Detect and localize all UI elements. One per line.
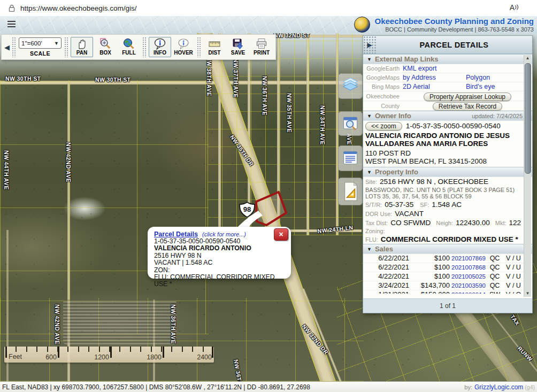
sale-type: QC [487,254,502,263]
panel-scrollbar[interactable]: ▲ ▼ [524,55,531,297]
section-property-info[interactable]: ▼ Property Info [363,167,532,177]
scalebar-major-tick [110,347,112,358]
dor-value: VACANT [395,210,424,218]
sales-row: 1/21/2021 $150,000 2021000914 SW V / O [363,290,532,294]
neigh-label: Neigh: [436,220,453,226]
street-label: NW 42ND AVE [65,142,72,182]
map-canvas[interactable]: NW 32ND ST NW 30TH ST NW 30TH ST NW 38TH… [0,33,537,381]
kml-export-link[interactable]: KML export [403,65,436,72]
report-tool-button[interactable] [338,145,363,171]
sales-row: 6/22/2021 $100 2021007868 QC V / U [363,263,532,272]
grizzlylogic-link[interactable]: GrizzlyLogic.com [474,383,523,391]
hover-balloon-icon [177,38,190,50]
lock-icon[interactable] [9,4,15,12]
legal-description: BASSWOOD, INC. UNIT NO 5 (PLAT BOOK 3 PA… [363,186,532,200]
hover-button[interactable]: HOVER [172,37,195,57]
retrieve-tax-record-button[interactable]: Retrieve Tax Record [433,102,503,111]
toolbar-grip[interactable] [64,37,68,57]
sale-doc-link[interactable]: 2021007869 [450,254,487,263]
popup-zoning: ZON: [154,267,285,274]
chevron-down-icon: ▼ [367,113,372,119]
owner-name-2: VALLADARES ANA MARIA FLORES [365,140,530,148]
toolbar-grip[interactable] [197,37,201,57]
sale-price: $143,700 [409,281,450,290]
sale-date: 6/22/2021 [363,254,409,263]
zoom-to-parcel-button[interactable]: << zoom [365,122,402,130]
collapse-panel-icon[interactable]: ▶ [363,36,376,53]
popup-details-link[interactable]: Parcel Details [154,230,198,238]
popup-use-area: VACANT | 1.548 AC [154,259,285,266]
sale-doc-link[interactable]: 2021005025 [450,272,487,281]
county-label: Okeechobee [363,93,403,99]
browser-address-bar[interactable]: https://www.okeechobeegis.com/gis/ A [0,0,537,17]
sale-doc-link[interactable]: 2021007868 [450,263,487,272]
url-text[interactable]: https://www.okeechobeegis.com/gis/ [20,4,137,12]
save-button[interactable]: SAVE [227,37,249,57]
owner-address-2: WEST PALM BEACH, FL 33415-2008 [365,157,530,165]
parcel-details-panel: ▶ PARCEL DETAILS ▼ External Map Links Go… [363,35,533,313]
panel-title: PARCEL DETAILS [376,36,532,53]
popup-flu: FLU: COMMERCIAL CORRIDOR MIXED USE * [154,274,285,288]
map-toolbar: ◀ 1"=600' ▼ SCALE PAN [1,34,276,60]
polygon-link[interactable]: Polygon [466,74,490,81]
link-label: Bing Maps [363,83,403,90]
section-title: External Map Links [375,55,438,63]
link-label: GoogleMaps [363,74,403,81]
layers-tool-button[interactable] [338,73,363,99]
globe-icon [122,38,135,50]
sale-date: 6/22/2021 [363,263,409,272]
birds-eye-link[interactable]: Bird's eye [466,83,495,90]
sale-date: 1/21/2021 [363,290,409,294]
mkt-label: Mkt: [495,220,507,226]
distance-button[interactable]: DIST [203,37,226,57]
button-label: BOX [95,50,116,56]
section-external-map-links[interactable]: ▼ External Map Links [363,54,532,64]
info-balloon-icon [154,38,166,50]
zoom-box-button[interactable]: BOX [94,37,117,57]
street-label: NW 38TH AVE [206,57,212,96]
sales-row: 3/24/2021 $143,700 2021003590 QC V / U [363,281,532,290]
sale-vu: V / O [502,290,525,294]
property-appraiser-button[interactable]: Property Appraiser Lookup [424,93,511,101]
sale-date: 4/22/2021 [363,272,409,281]
county-row-1: Okeechobee Property Appraiser Lookup [363,91,532,101]
section-sales[interactable]: ▼ Sales [363,244,532,254]
zoom-box-icon [99,38,112,50]
link-row-googlemaps: GoogleMaps by Address Polygon [363,73,532,82]
toolbar-grip[interactable] [12,37,16,57]
scroll-up-icon[interactable]: ▲ [524,55,531,62]
sf-label: SF: [420,202,429,208]
coordinate-readout: FL East, NAD83 | xy 698703.7900, 1067257… [2,383,310,391]
section-owner-info[interactable]: ▼ Owner Info updated: 7/24/2025 [363,111,532,121]
sale-vu: V / U [502,263,525,272]
scalebar-major-tick [212,347,213,358]
pan-button[interactable]: PAN [71,37,93,57]
by-address-link[interactable]: by Address [403,74,436,81]
pager: 1 of 1 [363,298,532,313]
scale-select[interactable]: 1"=600' ▼ [19,37,62,49]
popup-close-button[interactable]: × [274,228,288,241]
sale-type: QC [487,272,502,281]
identify-tool-button[interactable] [338,111,363,136]
sale-doc-link[interactable]: 2021003590 [450,281,487,290]
full-extent-button[interactable]: FULL [118,37,140,57]
sale-doc-link[interactable]: 2021000914 [450,290,487,294]
menu-icon[interactable] [7,21,16,29]
info-button[interactable]: INFO [149,37,171,57]
button-label: DIST [204,50,225,56]
scalebar-tick-label: 1800 [142,353,162,361]
aerial-link[interactable]: 2D Aerial [403,83,430,90]
chevron-down-icon: ▼ [367,170,372,175]
sale-price: $100 [409,272,450,281]
read-aloud-icon[interactable]: A [510,3,519,12]
sale-price: $100 [409,263,450,272]
scrollbar-thumb[interactable] [525,63,531,174]
site-row: Site: 2516 HWY 98 N , OKEECHOBEE [363,177,532,186]
layers-icon [340,76,360,96]
scalebar-major-tick [5,347,7,358]
measure-tool-button[interactable] [338,178,363,205]
print-button[interactable]: PRINT [250,37,273,57]
scroll-down-icon[interactable]: ▼ [524,290,531,297]
collapse-toolbar-icon[interactable]: ◀ [4,43,10,51]
toolbar-grip[interactable] [142,37,147,57]
